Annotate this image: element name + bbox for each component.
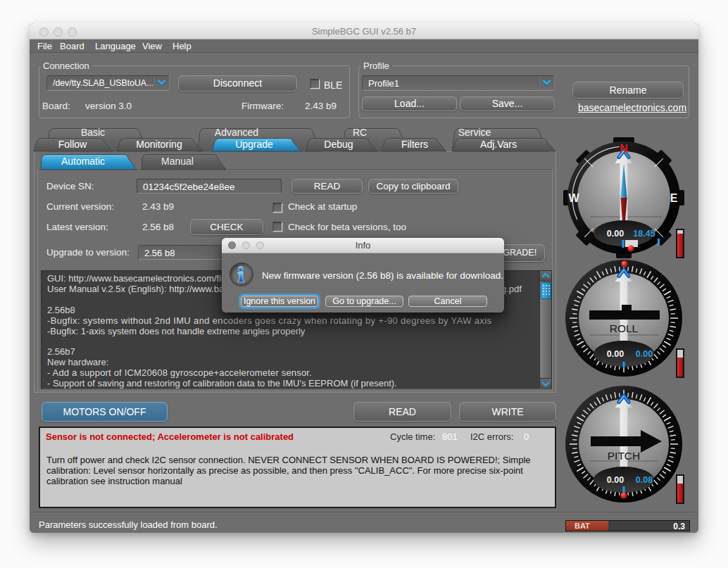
svg-text:0.00: 0.00 <box>607 349 624 359</box>
svg-text:Debug: Debug <box>324 139 353 150</box>
svg-text:18.45: 18.45 <box>633 229 655 239</box>
svg-text:W: W <box>568 192 579 204</box>
svg-text:0.00: 0.00 <box>607 475 624 485</box>
svg-text:Monitoring: Monitoring <box>136 139 182 150</box>
svg-text:0.08: 0.08 <box>636 475 653 485</box>
svg-text:Adj.Vars: Adj.Vars <box>480 139 517 150</box>
svg-text:Filters: Filters <box>401 139 428 150</box>
svg-text:ROLL: ROLL <box>610 322 639 334</box>
svg-text:0.00: 0.00 <box>607 229 624 239</box>
svg-text:Service: Service <box>458 128 491 138</box>
svg-text:PITCH: PITCH <box>608 450 641 462</box>
svg-text:N: N <box>620 143 628 155</box>
svg-text:0.00: 0.00 <box>636 349 653 359</box>
svg-text:Follow: Follow <box>58 139 87 150</box>
svg-text:Manual: Manual <box>161 156 194 167</box>
svg-text:RC: RC <box>353 128 367 138</box>
svg-text:Automatic: Automatic <box>61 156 105 167</box>
svg-text:Basic: Basic <box>81 128 105 138</box>
svg-text:Advanced: Advanced <box>215 128 258 138</box>
svg-text:E: E <box>670 192 678 204</box>
svg-text:Upgrade: Upgrade <box>235 139 273 150</box>
